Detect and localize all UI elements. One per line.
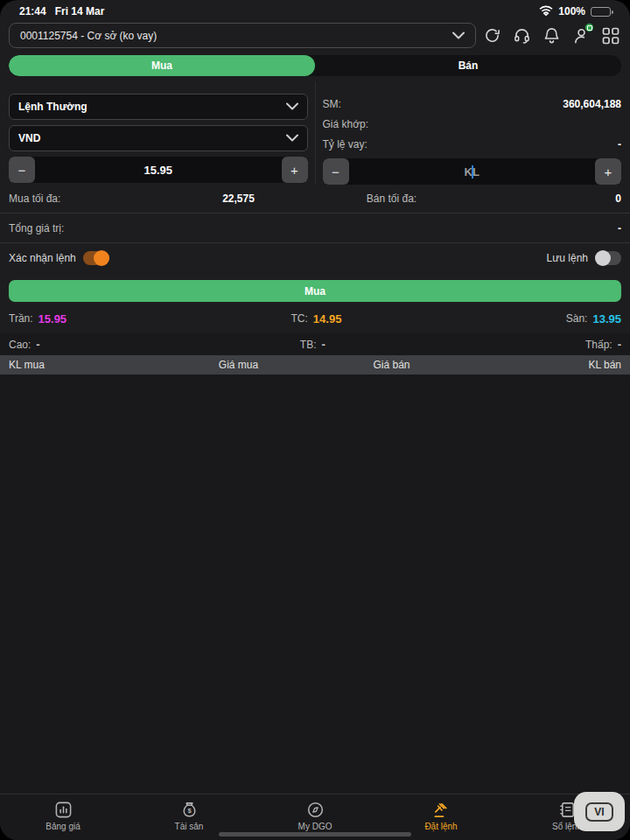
nav-item-my-dgo[interactable]: My DGO [252,801,378,831]
quantity-stepper: − KL + [323,158,622,185]
quantity-increment-button[interactable]: + [595,158,621,185]
loan-ratio-label: Tỷ lệ vay: [323,138,368,150]
chevron-down-icon [286,101,298,113]
tab-sell[interactable]: Bán [315,55,621,76]
column-header-buy-volume: KL mua [9,359,162,371]
price-increment-button[interactable]: + [282,157,308,183]
confirm-order-label: Xác nhận lệnh [9,252,76,264]
total-value: - [618,222,621,234]
loan-ratio-value: - [618,138,621,150]
currency-value: VND [18,132,40,144]
chevron-down-icon [452,30,465,42]
high-value: - [36,338,39,351]
save-order-label: Lưu lệnh [547,252,588,264]
quantity-decrement-button[interactable]: − [323,158,349,185]
battery-percent: 100% [558,5,585,18]
compass-icon [306,801,325,819]
nav-label: My DGO [298,822,332,831]
save-order-toggle[interactable] [595,251,621,265]
wifi-icon [539,5,553,18]
matched-price-label: Giá khớp: [323,118,369,130]
sm-label: SM: [323,98,341,110]
nav-item-assets[interactable]: $ Tài sản [126,801,252,831]
date: Fri 14 Mar [55,5,105,18]
reference-label: TC: [290,312,307,325]
total-value-row: Tổng giá trị: - [0,214,630,243]
sm-value: 360,604,188 [563,98,621,110]
profile-user-icon[interactable] [572,26,591,45]
language-label: VI [585,802,612,822]
order-book-header: KL mua Giá mua Giá bán KL bán [0,355,630,374]
column-header-sell-price: Giá bán [315,359,468,371]
nav-label: Đặt lệnh [424,822,457,831]
toggle-row: Xác nhận lệnh Lưu lệnh [0,243,630,272]
home-indicator[interactable] [219,832,411,836]
bottom-navigation: Bảng giá $ Tài sản My DGO Đặt lệnh Sổ lệ… [0,794,630,840]
account-selector-value: 0001125754 - Cơ sở (ko vay) [20,30,157,42]
status-bar: 21:44 Fri 14 Mar 100% [0,0,630,19]
account-selector[interactable]: 0001125754 - Cơ sở (ko vay) [9,23,476,48]
max-sell-value: 0 [468,192,621,205]
floor-value: 13.95 [592,312,621,326]
submit-buy-button[interactable]: Mua [9,280,621,302]
total-value-label: Tổng giá trị: [9,222,64,234]
support-headset-icon[interactable] [513,26,531,45]
battery-icon [591,7,611,17]
tab-buy[interactable]: Mua [9,55,315,76]
low-label: Thấp: [585,339,612,351]
ceiling-label: Trần: [9,312,33,325]
reference-value: 14.95 [313,312,342,326]
order-type-value: Lệnh Thường [18,101,88,113]
side-tabs: Mua Bán [9,55,621,76]
clock: 21:44 [19,5,46,18]
nav-label: Bảng giá [46,822,80,831]
gavel-icon [432,801,451,819]
max-buy-value: 22,575 [162,192,315,205]
language-switch-button[interactable]: VI [574,792,625,831]
price-limits-row: Trần: 15.95 TC: 14.95 Sàn: 13.95 [0,304,630,333]
form-right-column: SM: 360,604,188 Giá khớp: Tỷ lệ vay: - −… [323,94,622,185]
column-header-sell-volume: KL bán [468,359,621,371]
floor-label: Sàn: [566,312,588,325]
svg-text:$: $ [187,807,192,815]
order-form: Lệnh Thường VND − 15.95 + SM: 360,604,18… [0,76,630,185]
notifications-bell-icon[interactable] [542,26,561,45]
column-header-buy-price: Giá mua [162,359,315,371]
session-stats-row: Cao: - TB: - Thấp: - [0,333,630,355]
confirm-order-toggle[interactable] [83,251,109,265]
max-buy-label: Mua tối đa: [9,192,162,205]
price-board-chart-icon [54,801,73,819]
avg-label: TB: [300,339,317,351]
chevron-down-icon [286,132,298,144]
app-screen: 21:44 Fri 14 Mar 100% 0001125754 - Cơ sở… [0,0,630,840]
max-quantity-row: Mua tối đa: 22,575 Bán tối đa: 0 [0,185,630,214]
nav-item-price-board[interactable]: Bảng giá [0,801,126,831]
header: 0001125754 - Cơ sở (ko vay) [0,19,630,48]
money-bag-icon: $ [180,801,199,819]
order-book-body [0,374,630,794]
form-left-column: Lệnh Thường VND − 15.95 + [9,94,308,185]
price-stepper: − 15.95 + [9,157,308,183]
quantity-input[interactable]: KL [349,158,596,185]
currency-select[interactable]: VND [9,125,308,151]
nav-item-place-order[interactable]: Đặt lệnh [378,801,504,831]
low-value: - [618,338,621,351]
refresh-icon[interactable] [483,26,501,45]
apps-grid-icon[interactable] [602,27,620,45]
price-input[interactable]: 15.95 [35,157,282,183]
nav-label: Tài sản [175,822,204,831]
online-badge [584,23,594,32]
avg-value: - [322,338,326,351]
high-label: Cao: [9,339,31,351]
max-sell-label: Bán tối đa: [315,192,468,205]
price-decrement-button[interactable]: − [9,157,35,183]
ceiling-value: 15.95 [38,312,67,326]
order-type-select[interactable]: Lệnh Thường [9,94,308,120]
